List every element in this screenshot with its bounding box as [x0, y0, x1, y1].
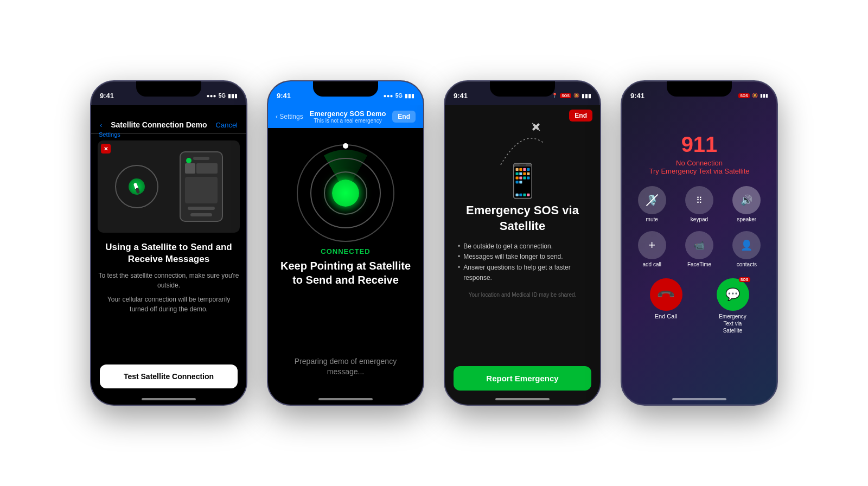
screen-3: End — [445, 105, 600, 405]
p3-title: Emergency SOS via Satellite — [445, 203, 600, 234]
screen-2: ‹ Settings Emergency SOS Demo This is no… — [268, 105, 423, 405]
p3-bullets: Be outside to get a connection. Messages… — [445, 241, 600, 283]
p1-desc2: Your cellular connection will be tempora… — [98, 295, 240, 314]
mute-button[interactable]: 🎙️ mute — [633, 186, 671, 222]
time-2: 9:41 — [277, 92, 291, 100]
add-call-button[interactable]: + add call — [633, 231, 671, 267]
notch-4 — [667, 81, 732, 97]
mock-screen-1: ✕ — [98, 140, 240, 233]
p1-desc1: To test the satellite connection, make s… — [98, 271, 240, 290]
screen-1: Settings ‹ Satellite Connection Demo Can… — [91, 105, 246, 405]
facetime-button[interactable]: 📹 FaceTime — [680, 231, 718, 267]
back-btn-2[interactable]: ‹ Settings — [276, 113, 303, 120]
bullet-2: Messages will take longer to send. — [458, 252, 587, 262]
status-icons-3: 📍 SOS 🔕 ▮▮▮ — [552, 93, 591, 99]
call-buttons-grid: 🎙️ mute ⠿ keypad 🔊 spe — [622, 186, 777, 267]
home-indicator-3 — [495, 398, 550, 400]
phone-1: 9:41 ●●● 5G ▮▮▮ Settings ‹ Satellite Con… — [90, 80, 247, 406]
time-3: 9:41 — [454, 92, 468, 100]
icons-4: SOS 🔕 ▮▮▮ — [738, 93, 768, 98]
top-bar-2: ‹ Settings Emergency SOS Demo This is no… — [268, 105, 423, 128]
phone-2: 9:41 ●●● 5G ▮▮▮ ‹ Settings Emergency SOS… — [267, 80, 424, 406]
end-call-label: End Call — [655, 313, 678, 319]
radar-indicator — [343, 143, 348, 149]
bottom-call-row: 📞 End Call 💬 SOS EmergencyText viaSatell… — [622, 278, 777, 334]
cancel-button-1[interactable]: Cancel — [216, 121, 238, 129]
status-icons-1: ●●● 5G ▮▮▮ — [207, 93, 238, 99]
p1-main-title: Using a Satellite to Send and Receive Me… — [98, 241, 240, 265]
top-title-area-2: Emergency SOS Demo This is not a real em… — [310, 110, 386, 124]
phone-4: 9:41 SOS 🔕 ▮▮▮ 911 No Connection Try Eme… — [621, 80, 778, 406]
header-title-1: Satellite Connection Demo — [102, 120, 215, 129]
bullet-1: Be outside to get a connection. — [458, 241, 587, 252]
end-button-2[interactable]: End — [392, 111, 416, 123]
phone-3: 9:41 📍 SOS 🔕 ▮▮▮ End — [444, 80, 601, 406]
compass-widget — [115, 165, 158, 208]
notch-1 — [136, 81, 201, 97]
location-note: Your location and Medical ID may be shar… — [445, 292, 600, 298]
preparing-text: Preparing demo of emergency message... — [268, 356, 423, 378]
sos-msg-label: EmergencyText viaSatellite — [719, 313, 746, 334]
screen-4: 911 No Connection Try Emergency Text via… — [622, 105, 777, 405]
test-satellite-button[interactable]: Test Satellite Connection — [100, 364, 238, 388]
time-4: 9:41 — [630, 92, 644, 100]
settings-back-1: Settings — [99, 131, 120, 138]
notch-2 — [313, 81, 378, 97]
sos-badge: SOS — [739, 277, 750, 282]
red-x-icon: ✕ — [101, 144, 111, 154]
phones-container: 9:41 ●●● 5G ▮▮▮ Settings ‹ Satellite Con… — [68, 59, 800, 427]
p1-content: ✕ — [91, 134, 246, 325]
notch-3 — [490, 81, 555, 97]
end-call-button[interactable]: 📞 End Call — [650, 278, 682, 319]
home-indicator-2 — [318, 398, 373, 400]
try-satellite-text: Try Emergency Text via Satellite — [622, 167, 777, 175]
satellite-arc-svg — [484, 122, 560, 170]
top-title-2: Emergency SOS Demo — [310, 110, 386, 118]
bullet-3: Answer questions to help get a faster re… — [458, 263, 587, 283]
number-911: 911 — [622, 132, 777, 157]
sos-message-button[interactable]: 💬 SOS EmergencyText viaSatellite — [717, 278, 749, 334]
mock-phone-widget — [180, 151, 223, 222]
p2-subtitle: Keep Pointing at Satellite to Send and R… — [268, 259, 423, 287]
status-icons-2: ●●● 5G ▮▮▮ — [384, 93, 414, 99]
radar-container — [268, 128, 423, 247]
connected-label: CONNECTED — [268, 247, 423, 255]
time-1: 9:41 — [100, 92, 114, 100]
contacts-button[interactable]: 👤 contacts — [727, 231, 766, 267]
speaker-button[interactable]: 🔊 speaker — [727, 186, 766, 222]
radar-widget — [297, 144, 394, 242]
end-button-3[interactable]: End — [569, 110, 592, 122]
top-subtitle-2: This is not a real emergency — [310, 118, 386, 124]
home-indicator-1 — [142, 398, 196, 400]
radar-dot — [332, 180, 359, 207]
no-connection-label: No Connection — [622, 159, 777, 167]
home-indicator-4 — [672, 398, 726, 400]
keypad-button[interactable]: ⠿ keypad — [680, 186, 718, 222]
report-emergency-button[interactable]: Report Emergency — [454, 366, 591, 391]
